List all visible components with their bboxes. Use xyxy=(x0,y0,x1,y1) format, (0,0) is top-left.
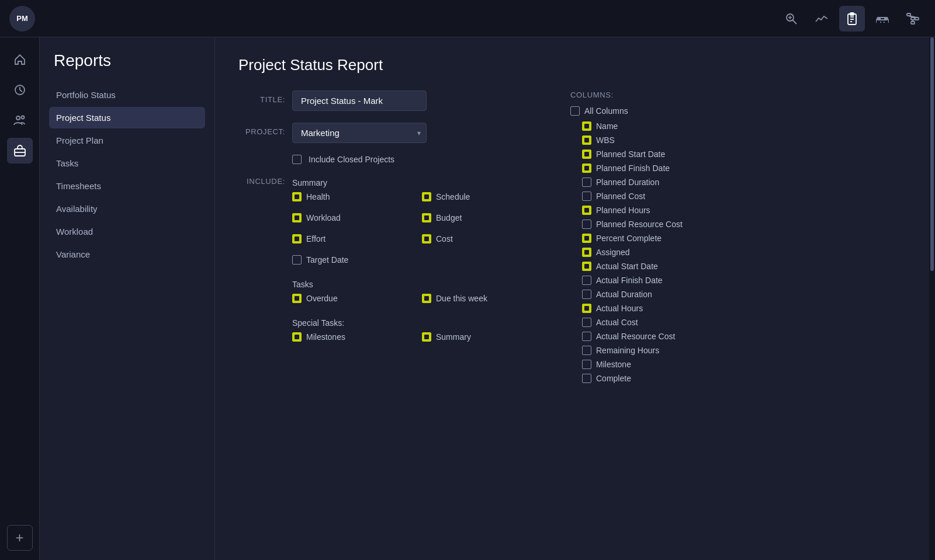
columns-header: COLUMNS: xyxy=(570,91,906,99)
include-row: INCLUDE: Summary Health Schedule xyxy=(238,176,542,357)
tasks-group-title: Tasks xyxy=(292,280,542,289)
col-name-checkbox[interactable] xyxy=(582,121,591,131)
analytics-icon[interactable] xyxy=(809,6,834,32)
col-actual-duration-checkbox[interactable] xyxy=(582,290,591,299)
col-actual-finish-checkbox[interactable] xyxy=(582,276,591,285)
sidebar-item-portfolio-status[interactable]: Portfolio Status xyxy=(49,84,205,106)
col-milestone-row: Milestone xyxy=(582,360,906,369)
workload-checkbox[interactable] xyxy=(292,213,302,222)
schedule-checkbox[interactable] xyxy=(422,192,431,201)
col-percent-complete-checkbox[interactable] xyxy=(582,234,591,243)
briefcase-nav-icon[interactable] xyxy=(7,138,33,164)
include-label: INCLUDE: xyxy=(238,176,285,186)
summary-group-title: Summary xyxy=(292,178,542,187)
clock-nav-icon[interactable] xyxy=(7,77,33,103)
target-date-checkbox[interactable] xyxy=(292,255,302,265)
app-logo: PM xyxy=(9,6,35,32)
col-planned-cost-label: Planned Cost xyxy=(596,192,645,201)
effort-label: Effort xyxy=(306,234,325,244)
health-checkbox[interactable] xyxy=(292,192,302,201)
col-actual-hours-checkbox[interactable] xyxy=(582,304,591,313)
summary2-label: Summary xyxy=(436,332,471,342)
special-tasks-group-title: Special Tasks: xyxy=(292,318,542,328)
col-planned-resource-cost-checkbox[interactable] xyxy=(582,220,591,229)
workload-row: Workload xyxy=(292,213,413,222)
col-planned-hours-row: Planned Hours xyxy=(582,206,906,215)
cost-checkbox[interactable] xyxy=(422,234,431,244)
sidebar-item-project-status[interactable]: Project Status xyxy=(49,107,205,128)
effort-checkbox[interactable] xyxy=(292,234,302,244)
summary-grid: Health Schedule Workload xyxy=(292,192,542,273)
due-this-week-checkbox[interactable] xyxy=(422,294,431,303)
home-nav-icon[interactable] xyxy=(7,47,33,72)
col-assigned-row: Assigned xyxy=(582,248,906,257)
workload-label: Workload xyxy=(306,213,341,222)
col-planned-resource-cost-label: Planned Resource Cost xyxy=(596,220,683,229)
top-bar: PM xyxy=(0,0,935,37)
sidebar-item-timesheets[interactable]: Timesheets xyxy=(49,175,205,197)
col-assigned-checkbox[interactable] xyxy=(582,248,591,257)
sidebar: Reports Portfolio Status Project Status … xyxy=(40,37,215,560)
col-complete-checkbox[interactable] xyxy=(582,374,591,383)
budget-checkbox[interactable] xyxy=(422,213,431,222)
sidebar-item-project-plan[interactable]: Project Plan xyxy=(49,130,205,151)
svg-rect-10 xyxy=(907,13,910,16)
col-planned-duration-checkbox[interactable] xyxy=(582,178,591,187)
col-actual-cost-checkbox[interactable] xyxy=(582,318,591,327)
sidebar-item-workload[interactable]: Workload xyxy=(49,221,205,242)
form-left: TITLE: PROJECT: Marketing Development De… xyxy=(238,91,542,388)
scroll-thumb[interactable] xyxy=(930,37,934,271)
col-complete-label: Complete xyxy=(596,374,631,383)
link-icon[interactable] xyxy=(870,6,895,32)
col-actual-finish-label: Actual Finish Date xyxy=(596,276,663,285)
all-columns-row: All Columns xyxy=(570,106,906,116)
svg-line-19 xyxy=(20,90,22,92)
include-content: Summary Health Schedule xyxy=(292,176,542,357)
scrollbar[interactable] xyxy=(929,37,935,560)
col-actual-start-checkbox[interactable] xyxy=(582,262,591,271)
project-select[interactable]: Marketing Development Design Sales xyxy=(292,123,427,143)
svg-rect-12 xyxy=(915,18,919,20)
col-wbs-row: WBS xyxy=(582,135,906,145)
health-row: Health xyxy=(292,192,413,201)
col-percent-complete-row: Percent Complete xyxy=(582,234,906,243)
summary2-checkbox[interactable] xyxy=(422,332,431,342)
col-name-row: Name xyxy=(582,121,906,131)
title-input[interactable] xyxy=(292,91,427,111)
col-planned-start-checkbox[interactable] xyxy=(582,149,591,159)
col-planned-finish-checkbox[interactable] xyxy=(582,164,591,173)
col-planned-duration-row: Planned Duration xyxy=(582,178,906,187)
milestones-checkbox[interactable] xyxy=(292,332,302,342)
target-date-label: Target Date xyxy=(306,255,348,265)
sidebar-item-availability[interactable]: Availability xyxy=(49,198,205,220)
col-wbs-checkbox[interactable] xyxy=(582,135,591,145)
tasks-grid: Overdue Due this week xyxy=(292,294,542,311)
all-columns-checkbox[interactable] xyxy=(570,106,580,116)
col-assigned-label: Assigned xyxy=(596,248,630,257)
content-area: Project Status Report TITLE: PROJECT: Ma… xyxy=(215,37,929,560)
overdue-checkbox[interactable] xyxy=(292,294,302,303)
col-milestone-checkbox[interactable] xyxy=(582,360,591,369)
include-closed-checkbox[interactable] xyxy=(292,155,302,164)
col-planned-hours-checkbox[interactable] xyxy=(582,206,591,215)
health-label: Health xyxy=(306,192,330,201)
left-nav: + xyxy=(0,37,40,560)
hierarchy-icon[interactable] xyxy=(900,6,926,32)
col-remaining-hours-checkbox[interactable] xyxy=(582,346,591,355)
col-actual-duration-label: Actual Duration xyxy=(596,290,652,299)
overdue-label: Overdue xyxy=(306,294,338,303)
col-planned-cost-checkbox[interactable] xyxy=(582,192,591,201)
add-nav-button[interactable]: + xyxy=(7,525,33,551)
people-nav-icon[interactable] xyxy=(7,107,33,133)
col-planned-hours-label: Planned Hours xyxy=(596,206,650,215)
sidebar-title: Reports xyxy=(49,51,205,70)
due-this-week-row: Due this week xyxy=(422,294,542,303)
col-actual-resource-cost-checkbox[interactable] xyxy=(582,332,591,341)
search-zoom-icon[interactable] xyxy=(778,6,804,32)
clipboard-icon[interactable] xyxy=(839,6,865,32)
col-planned-duration-label: Planned Duration xyxy=(596,178,659,187)
sidebar-item-tasks[interactable]: Tasks xyxy=(49,152,205,174)
due-this-week-label: Due this week xyxy=(436,294,487,303)
sidebar-item-variance[interactable]: Variance xyxy=(49,244,205,265)
form-right: COLUMNS: All Columns Name WBS xyxy=(570,91,906,388)
